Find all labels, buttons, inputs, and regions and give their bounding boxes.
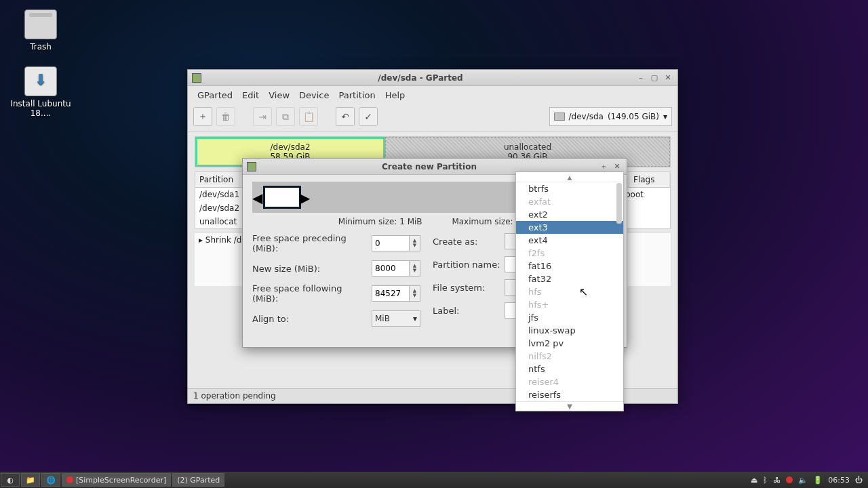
min-size-label: Minimum size: 1 MiB <box>338 217 422 226</box>
menu-gparted[interactable]: GParted <box>193 89 237 102</box>
device-name: /dev/sda <box>569 112 604 121</box>
fs-option-ntfs[interactable]: ntfs <box>516 363 623 375</box>
fs-option-hfs: hfs <box>516 285 623 298</box>
desktop-icon-install[interactable]: Install Lubuntu 18.... <box>8 66 73 118</box>
free-preceding-input[interactable]: ▲▼ <box>372 235 420 251</box>
slider-handle-left[interactable]: ◀ <box>252 190 262 206</box>
maximize-button[interactable]: ＋ <box>598 161 609 172</box>
close-button[interactable]: ✕ <box>663 73 673 83</box>
app-icon <box>247 162 256 171</box>
bluetooth-icon[interactable]: ᛒ <box>763 476 768 485</box>
free-following-label: Free space following (MiB): <box>252 283 368 304</box>
install-icon <box>24 66 57 96</box>
device-selector[interactable]: /dev/sda (149.05 GiB) ▾ <box>549 107 672 126</box>
clock[interactable]: 06:53 <box>828 476 850 485</box>
record-icon <box>66 476 73 483</box>
battery-icon[interactable]: 🔋 <box>813 476 823 485</box>
scroll-down-icon[interactable]: ▼ <box>516 401 623 411</box>
minimize-button[interactable]: – <box>635 73 646 83</box>
close-button[interactable]: ✕ <box>612 161 623 172</box>
fs-option-hfs-: hfs+ <box>516 298 623 311</box>
chevron-down-icon: ▾ <box>663 112 667 121</box>
resize-move-button[interactable]: ⇥ <box>253 107 272 126</box>
col-flags[interactable]: Flags <box>629 172 670 187</box>
undo-button[interactable]: ↶ <box>336 107 355 126</box>
window-title: /dev/sda - GParted <box>205 73 635 83</box>
fs-option-lvm2-pv[interactable]: lvm2 pv <box>516 337 623 350</box>
align-to-combo[interactable]: MiB▾ <box>372 310 420 327</box>
new-size-label: New size (MiB): <box>252 264 368 274</box>
recording-indicator-icon[interactable] <box>786 476 793 483</box>
toolbar: ＋ 🗑 ⇥ ⧉ 📋 ↶ ✓ /dev/sda (149.05 GiB) ▾ <box>188 104 677 132</box>
slider-handle-right[interactable]: ▶ <box>300 190 310 206</box>
shutdown-icon[interactable]: ⏻ <box>855 476 863 485</box>
fs-option-btrfs[interactable]: btrfs <box>516 182 623 195</box>
menu-help[interactable]: Help <box>381 89 410 102</box>
menu-view[interactable]: View <box>264 89 294 102</box>
slider-thumb[interactable] <box>263 186 301 209</box>
file-manager-launcher[interactable]: 📁 <box>21 473 40 487</box>
scrollbar[interactable] <box>616 183 622 224</box>
device-size: (149.05 GiB) <box>608 112 659 121</box>
trash-icon <box>24 9 57 39</box>
align-to-label: Align to: <box>252 314 368 324</box>
taskbar-app-recorder[interactable]: [SimpleScreenRecorder] <box>62 473 171 487</box>
label-label: Label: <box>433 306 500 316</box>
fs-option-exfat: exfat <box>516 195 623 208</box>
free-preceding-label: Free space preceding (MiB): <box>252 233 368 253</box>
fs-option-reiserfs[interactable]: reiserfs <box>516 388 623 401</box>
removable-media-icon[interactable]: ⏏ <box>751 476 757 485</box>
delete-partition-button[interactable]: 🗑 <box>216 107 235 126</box>
status-text: 1 operation pending <box>193 391 276 401</box>
menu-edit[interactable]: Edit <box>238 89 263 102</box>
partition-name-label: Partition name: <box>433 260 500 270</box>
disk-icon <box>554 113 565 121</box>
app-icon <box>192 73 201 83</box>
free-following-input[interactable]: ▲▼ <box>372 285 420 302</box>
file-system-dropdown[interactable]: ▲ btrfsexfatext2ext3ext4f2fsfat16fat32hf… <box>515 171 624 411</box>
dialog-title: Create new Partition <box>260 162 598 171</box>
scroll-up-icon[interactable]: ▲ <box>516 174 623 182</box>
fs-option-ext3[interactable]: ext3 <box>516 221 623 234</box>
desktop-icon-label: Trash <box>8 42 73 52</box>
titlebar[interactable]: /dev/sda - GParted – ▢ ✕ <box>188 70 677 86</box>
apply-button[interactable]: ✓ <box>359 107 378 126</box>
fs-option-reiser4: reiser4 <box>516 375 623 388</box>
fs-option-nilfs2: nilfs2 <box>516 350 623 363</box>
fs-option-linux-swap[interactable]: linux-swap <box>516 324 623 337</box>
fs-option-jfs[interactable]: jfs <box>516 311 623 324</box>
desktop-icon-trash[interactable]: Trash <box>8 9 73 52</box>
fs-option-fat16[interactable]: fat16 <box>516 260 623 272</box>
fs-option-ext4[interactable]: ext4 <box>516 234 623 247</box>
partition-block-name: unallocated <box>504 142 551 152</box>
fs-option-fat32[interactable]: fat32 <box>516 272 623 285</box>
menu-partition[interactable]: Partition <box>335 89 380 102</box>
fs-option-f2fs: f2fs <box>516 247 623 260</box>
copy-button[interactable]: ⧉ <box>276 107 295 126</box>
system-tray: ⏏ ᛒ 🖧 🔈 🔋 06:53 ⏻ <box>745 476 868 485</box>
fs-option-ext2[interactable]: ext2 <box>516 208 623 221</box>
chevron-down-icon: ▾ <box>413 314 417 323</box>
taskbar: ◐ 📁 🌐 [SimpleScreenRecorder] (2) GParted… <box>0 472 868 488</box>
taskbar-app-gparted[interactable]: (2) GParted <box>172 473 224 487</box>
new-partition-button[interactable]: ＋ <box>193 107 212 126</box>
partition-block-name: /dev/sda2 <box>270 142 310 152</box>
menubar: GParted Edit View Device Partition Help <box>188 86 677 104</box>
create-as-label: Create as: <box>433 237 500 247</box>
paste-button[interactable]: 📋 <box>299 107 318 126</box>
menu-device[interactable]: Device <box>295 89 333 102</box>
network-icon[interactable]: 🖧 <box>773 476 781 485</box>
maximize-button[interactable]: ▢ <box>649 73 660 83</box>
volume-icon[interactable]: 🔈 <box>798 476 808 485</box>
desktop-icon-label: Install Lubuntu 18.... <box>8 99 73 118</box>
new-size-input[interactable]: ▲▼ <box>372 260 420 277</box>
start-menu-button[interactable]: ◐ <box>1 473 20 487</box>
file-system-label: File system: <box>433 283 500 293</box>
browser-launcher[interactable]: 🌐 <box>41 473 60 487</box>
